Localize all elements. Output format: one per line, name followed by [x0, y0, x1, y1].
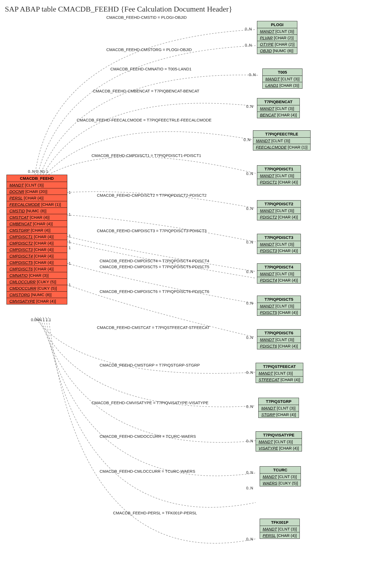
cardinality-label: 0..N [244, 138, 251, 142]
cardinality-label: 1 [69, 190, 71, 195]
entity-field: MANDT [CLNT (3)] [257, 336, 301, 343]
entity-header: T7PIQPDISCT6 [257, 329, 301, 336]
entity-field: CMSTCAT [CHAR (4)] [7, 214, 67, 221]
entity-header: T7PIQPDISCT5 [257, 296, 301, 303]
entity-header: T7PIQFEECTRLE [253, 131, 310, 138]
entity-field: CMNATIO [CHAR (3)] [7, 272, 67, 279]
entity-cmacdb-feehd: CMACDB_FEEHD MANDT [CLNT (3)]DOCNR [CHAR… [6, 175, 67, 304]
cardinality-label: 0.0NN 1 1 1 [31, 318, 51, 322]
entity-field: CMSTGRP [CHAR (4)] [7, 227, 67, 234]
entity-field: CMPDISCT1 [CHAR (4)] [7, 234, 67, 240]
entity-field: LAND1 [CHAR (3)] [263, 82, 302, 88]
entity-field: MANDT [CLNT (3)] [257, 207, 301, 214]
entity-field: CMPDISCT4 [CHAR (4)] [7, 253, 67, 259]
entity-field: OTYPE [CHAR (2)] [257, 41, 297, 48]
entity-field: MANDT [CLNT (3)] [257, 303, 301, 309]
entity-field: MANDT [CLNT (3)] [257, 28, 297, 35]
entity-header: TCURC [260, 467, 301, 474]
entity-header: T7PIQPDISCT2 [257, 200, 301, 207]
entity-header: T7PIQSTGRP [259, 398, 299, 405]
relation-label: CMACDB_FEEHD-CMBENCAT = T7PIQBENCAT-BENC… [93, 89, 199, 93]
relation-label: CMACDB_FEEHD-CMSTGRP = T7PIQSTGRP-STGRP [100, 363, 200, 367]
cardinality-label: 1 [69, 212, 71, 217]
entity-field: STFEECAT [CHAR (4)] [256, 377, 303, 383]
entity-t7piqpdisct5: T7PIQPDISCT5MANDT [CLNT (3)]PDISCT5 [CHA… [257, 296, 301, 316]
cardinality-label: 1 [69, 240, 71, 244]
entity-field: CMSTID [NUMC (8)] [7, 208, 67, 214]
relation-label: CMACDB_FEEHD-CMSTCAT = T7PIQSTFEECAT-STF… [97, 325, 210, 330]
entity-t7piqvisatype: T7PIQVISATYPEMANDT [CLNT (3)]VISATYPE [C… [256, 431, 302, 451]
entity-field: PERSL [CHAR (4)] [260, 532, 299, 539]
entity-header: T7PIQPDISCT4 [257, 264, 301, 271]
entity-field: CMVISATYPE [CHAR (4)] [7, 298, 67, 304]
entity-field: CMDOCCURR [CUKY (5)] [7, 285, 67, 292]
entity-field: PLVAR [CHAR (2)] [257, 35, 297, 41]
entity-header: T005 [263, 69, 302, 76]
relation-label: CMACDB_FEEHD-CMPDISCT2 = T7PIQPDISCT2-PD… [97, 193, 207, 198]
cardinality-label: 0..N [246, 270, 253, 274]
cardinality-label: 1 [69, 234, 71, 238]
cardinality-label: 0..N [246, 171, 253, 176]
cardinality-label: 1 [69, 246, 71, 250]
relation-label: CMACDB_FEEHD-CMLOCCURR = TCURC-WAERS [100, 469, 195, 474]
cardinality-label: 0..N [245, 43, 252, 47]
entity-field: STGRP [CHAR (4)] [259, 411, 299, 418]
relation-label: CMACDB_FEEHD-CMPDISCT3 = T7PIQPDISCT3-PD… [97, 228, 207, 233]
entity-field: PDISCT4 [CHAR (4)] [257, 277, 301, 283]
entity-field: VISATYPE [CHAR (4)] [256, 445, 302, 451]
relation-label: CMACDB_FEEHD-PERSL = TFK001P-PERSL [113, 511, 197, 515]
relation-label: CMACDB_FEEHD-CMPDISCT1 = T7PIQPDISCT1-PD… [91, 153, 201, 158]
cardinality-label: 0..N [246, 206, 253, 211]
entity-t7piqpdisct1: T7PIQPDISCT1MANDT [CLNT (3)]PDISCT1 [CHA… [257, 165, 301, 185]
cardinality-label: 0..N [246, 370, 253, 375]
entity-field: MANDT [CLNT (3)] [260, 526, 299, 532]
entity-t7piqbencat: T7PIQBENCATMANDT [CLNT (3)]BENCAT [CHAR … [257, 98, 300, 118]
entity-field: PDISCT6 [CHAR (4)] [257, 343, 301, 349]
relation-label: CMACDB_FEEHD-CMPDISCT4 = T7PIQPDISCT4-PD… [100, 259, 209, 263]
entity-field: BENCAT [CHAR (4)] [257, 112, 299, 118]
entity-t7piqpdisct4: T7PIQPDISCT4MANDT [CLNT (3)]PDISCT4 [CHA… [257, 263, 301, 284]
entity-field: CMSTORG [NUMC (8)] [7, 292, 67, 298]
cardinality-label: 0..N [246, 470, 253, 475]
entity-t7piqstfeecat: T7PIQSTFEECATMANDT [CLNT (3)]STFEECAT [C… [256, 363, 303, 383]
entity-field: MANDT [CLNT (3)] [256, 370, 303, 377]
entity-field: DOCNR [CHAR (20)] [7, 188, 67, 195]
entity-field: PDISCT1 [CHAR (4)] [257, 179, 301, 185]
entity-field: FEECALCMODE [CHAR (1)] [253, 144, 310, 150]
entity-field: FEECALCMODE [CHAR (1)] [7, 201, 67, 208]
entity-t7piqstgrp: T7PIQSTGRPMANDT [CLNT (3)]STGRP [CHAR (4… [258, 398, 299, 418]
cardinality-label: 0..N [246, 486, 253, 490]
entity-t7piqpdisct3: T7PIQPDISCT3MANDT [CLNT (3)]PDISCT3 [CHA… [257, 234, 301, 254]
entity-plogi: PLOGIMANDT [CLNT (3)]PLVAR [CHAR (2)]OTY… [257, 21, 297, 54]
entity-t7piqpdisct2: T7PIQPDISCT2MANDT [CLNT (3)]PDISCT2 [CHA… [257, 200, 301, 220]
entity-field: MANDT [CLNT (3)] [260, 474, 301, 480]
cardinality-label: 0..N [246, 104, 253, 109]
entity-tcurc: TCURCMANDT [CLNT (3)]WAERS [CUKY (5)] [260, 466, 301, 486]
entity-field: CMLOCCURR [CUKY (5)] [7, 279, 67, 285]
relation-label: CMACDB_FEEHD-CMSTID = PLOGI-OBJID [106, 15, 187, 20]
entity-field: MANDT [CLNT (3)] [253, 138, 310, 144]
relation-label: CMACDB_FEEHD-CMPDISCT6 = T7PIQPDISCT6-PD… [100, 289, 209, 294]
entity-field: MANDT [CLNT (3)] [7, 182, 67, 188]
entity-header: CMACDB_FEEHD [7, 175, 67, 182]
cardinality-label: 0..N [246, 335, 253, 340]
cardinality-label: 0..N [246, 439, 253, 443]
cardinality-label: 0..N [249, 73, 256, 77]
entity-field: PDISCT3 [CHAR (4)] [257, 248, 301, 254]
entity-field: MANDT [CLNT (3)] [259, 405, 299, 411]
entity-field: MANDT [CLNT (3)] [257, 241, 301, 248]
entity-header: T7PIQPDISCT3 [257, 234, 301, 241]
entity-header: T7PIQBENCAT [257, 98, 299, 105]
entity-field: MANDT [CLNT (3)] [263, 76, 302, 82]
entity-field: CMPDISCT3 [CHAR (4)] [7, 246, 67, 253]
cardinality-label: 0..N 0..N1 1 [28, 169, 48, 174]
entity-header: T7PIQSTFEECAT [256, 363, 303, 370]
cardinality-label: 0..N [246, 301, 253, 305]
entity-t7piqfeectrle: T7PIQFEECTRLEMANDT [CLNT (3)]FEECALCMODE… [253, 130, 311, 150]
entity-header: TFK001P [260, 519, 299, 526]
entity-t005: T005MANDT [CLNT (3)]LAND1 [CHAR (3)] [262, 69, 302, 89]
entity-field: CMPDISCT2 [CHAR (4)] [7, 240, 67, 246]
relation-label: CMACDB_FEEHD-FEECALCMODE = T7PIQFEECTRLE… [77, 118, 212, 122]
diagram-title: SAP ABAP table CMACDB_FEEHD {Fee Calcula… [5, 5, 232, 13]
entity-field: MANDT [CLNT (3)] [257, 105, 299, 112]
